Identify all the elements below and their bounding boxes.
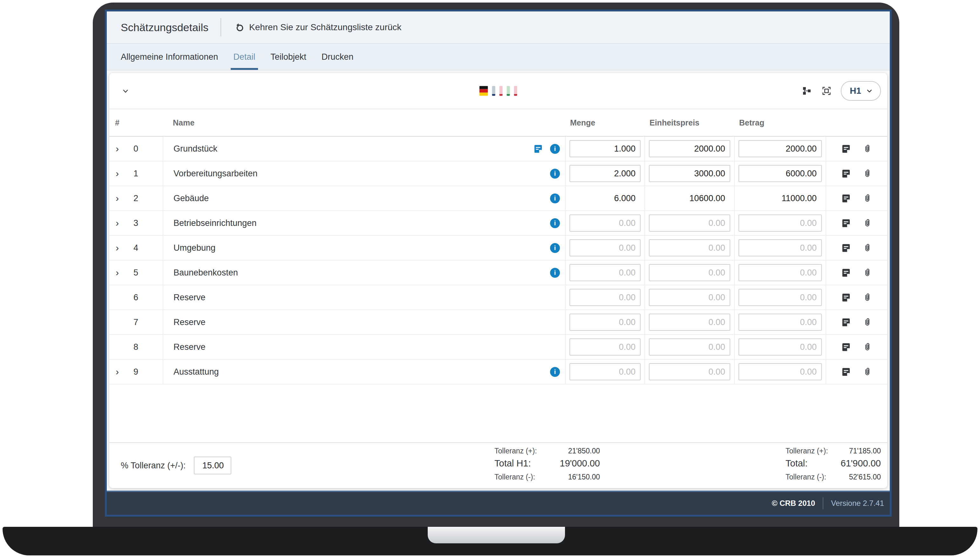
einheitspreis-input[interactable] xyxy=(649,289,730,306)
info-icon[interactable] xyxy=(550,144,560,154)
grand-total-label: Total: xyxy=(786,458,807,469)
flag-germany-icon[interactable] xyxy=(480,86,488,96)
h1-tolerance-plus-value: 21'850.00 xyxy=(568,447,600,455)
expand-row-icon[interactable] xyxy=(116,144,119,153)
menge-input[interactable] xyxy=(570,239,641,256)
expand-row-icon[interactable] xyxy=(116,243,119,252)
row-number: 2 xyxy=(127,186,163,210)
note-icon[interactable] xyxy=(841,367,851,377)
menge-input[interactable] xyxy=(570,215,641,231)
app-header: Schätzungsdetails Kehren Sie zur Schätzu… xyxy=(107,11,890,43)
paperclip-icon[interactable] xyxy=(863,218,872,228)
grand-tolerance-minus-label: Tolleranz (-): xyxy=(786,473,826,481)
note-icon[interactable] xyxy=(841,169,851,179)
back-to-list-link[interactable]: Kehren Sie zur Schätzungsliste zurück xyxy=(233,21,401,33)
tab-drucken[interactable]: Drucken xyxy=(314,44,361,70)
row-name: Grundstück xyxy=(174,144,217,154)
menge-input[interactable] xyxy=(570,165,641,182)
paperclip-icon[interactable] xyxy=(863,194,872,204)
paperclip-icon[interactable] xyxy=(863,169,872,179)
header-divider xyxy=(221,18,221,37)
col-header-menge: Menge xyxy=(565,118,645,127)
info-icon[interactable] xyxy=(550,169,560,179)
collapse-chevron-icon[interactable] xyxy=(121,86,130,96)
paperclip-icon[interactable] xyxy=(863,318,872,327)
betrag-input[interactable] xyxy=(739,239,822,256)
col-header-name: Name xyxy=(163,118,565,127)
paperclip-icon[interactable] xyxy=(863,342,872,352)
einheitspreis-input[interactable] xyxy=(649,264,730,281)
menge-input[interactable] xyxy=(570,363,641,380)
note-icon[interactable] xyxy=(841,293,851,303)
table-row-3: 3 Betriebseinrichtungen xyxy=(109,211,887,236)
hierarchy-level-select[interactable]: H1 xyxy=(841,81,881,101)
col-header-num: # xyxy=(109,118,127,127)
info-icon[interactable] xyxy=(550,367,560,377)
paperclip-icon[interactable] xyxy=(863,243,872,253)
info-icon[interactable] xyxy=(550,218,560,228)
betrag-input[interactable] xyxy=(739,140,822,157)
betrag-input[interactable] xyxy=(739,264,822,281)
expand-row-icon[interactable] xyxy=(116,169,119,178)
betrag-input[interactable] xyxy=(739,289,822,306)
betrag-input[interactable] xyxy=(739,339,822,355)
expand-row-icon[interactable] xyxy=(116,194,119,203)
note-icon[interactable] xyxy=(533,144,543,154)
flag-strip-green-icon[interactable] xyxy=(507,86,510,96)
expand-row-icon[interactable] xyxy=(116,367,119,376)
flag-strip-red-icon-2[interactable] xyxy=(514,86,517,96)
einheitspreis-input[interactable] xyxy=(649,363,730,380)
menge-input[interactable] xyxy=(570,264,641,281)
tree-view-icon[interactable] xyxy=(801,85,812,96)
note-icon[interactable] xyxy=(841,268,851,278)
info-icon[interactable] xyxy=(550,194,560,204)
note-icon[interactable] xyxy=(841,243,851,253)
note-icon[interactable] xyxy=(841,144,851,154)
expand-row-icon[interactable] xyxy=(116,218,119,228)
tab-allgemeine-informationen[interactable]: Allgemeine Informationen xyxy=(113,44,226,70)
note-icon[interactable] xyxy=(841,218,851,228)
einheitspreis-input[interactable] xyxy=(649,339,730,355)
menge-input[interactable] xyxy=(570,140,641,157)
betrag-input[interactable] xyxy=(739,363,822,380)
einheitspreis-input[interactable] xyxy=(649,314,730,331)
undo-icon xyxy=(233,21,245,33)
info-icon[interactable] xyxy=(550,243,560,253)
menge-input[interactable] xyxy=(570,339,641,355)
row-number: 9 xyxy=(127,360,163,384)
flag-strip-blue-icon[interactable] xyxy=(492,86,495,96)
einheitspreis-input[interactable] xyxy=(649,239,730,256)
einheitspreis-input[interactable] xyxy=(649,165,730,182)
col-header-betrag: Betrag xyxy=(734,118,825,127)
expand-row-icon[interactable] xyxy=(116,268,119,277)
row-number: 5 xyxy=(127,261,163,285)
table-row-5: 5 Baunebenkosten xyxy=(109,261,887,285)
tab-teilobjekt[interactable]: Teilobjekt xyxy=(263,44,314,70)
table-row-8: 8 Reserve xyxy=(109,335,887,360)
tolerance-input[interactable] xyxy=(194,457,231,474)
flag-strip-red-icon[interactable] xyxy=(500,86,503,96)
table-row-7: 7 Reserve xyxy=(109,310,887,335)
status-bar: © CRB 2010 Versione 2.7.41 xyxy=(107,490,890,515)
einheitspreis-input[interactable] xyxy=(649,215,730,231)
menge-input[interactable] xyxy=(570,314,641,331)
paperclip-icon[interactable] xyxy=(863,293,872,303)
paperclip-icon[interactable] xyxy=(863,144,872,154)
row-name: Betriebseinrichtungen xyxy=(174,218,256,228)
fullscreen-icon[interactable] xyxy=(821,85,832,96)
info-icon[interactable] xyxy=(550,268,560,278)
note-icon[interactable] xyxy=(841,342,851,352)
paperclip-icon[interactable] xyxy=(863,367,872,377)
note-icon[interactable] xyxy=(841,318,851,327)
grand-tolerance-plus-value: 71'185.00 xyxy=(849,447,881,455)
einheitspreis-input[interactable] xyxy=(649,140,730,157)
note-icon[interactable] xyxy=(841,194,851,204)
betrag-input[interactable] xyxy=(739,165,822,182)
tolerance-label: % Tolleranz (+/-): xyxy=(121,461,186,471)
tab-detail[interactable]: Detail xyxy=(226,44,263,70)
betrag-input[interactable] xyxy=(739,215,822,231)
hierarchy-level-value: H1 xyxy=(850,86,861,96)
paperclip-icon[interactable] xyxy=(863,268,872,278)
menge-input[interactable] xyxy=(570,289,641,306)
betrag-input[interactable] xyxy=(739,314,822,331)
